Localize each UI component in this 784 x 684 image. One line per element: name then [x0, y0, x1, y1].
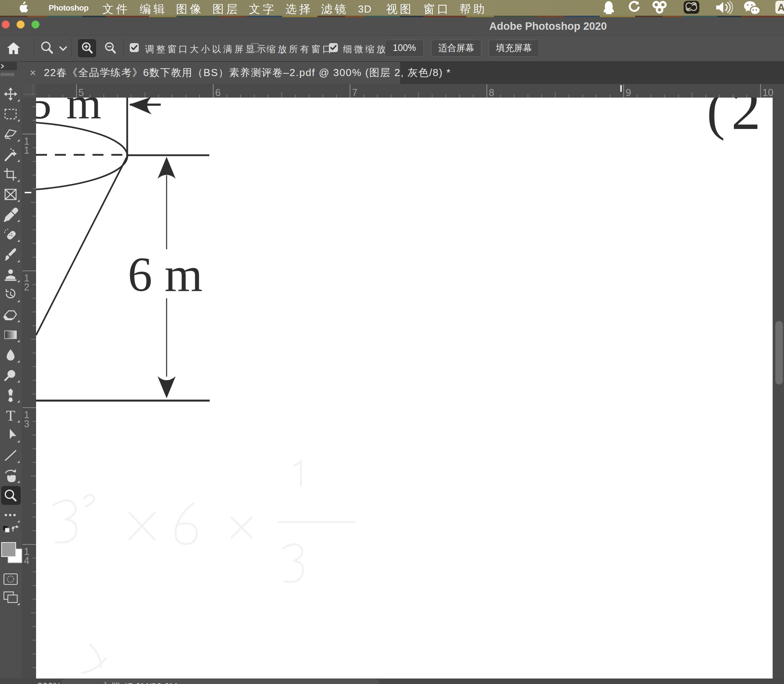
svg-text:9: 9 — [626, 87, 631, 98]
svg-text:3: 3 — [24, 418, 29, 429]
svg-text:T: T — [6, 407, 15, 424]
svg-text:(: ( — [707, 98, 725, 141]
svg-text:8: 8 — [489, 87, 494, 98]
svg-text:10: 10 — [762, 87, 773, 98]
svg-text:7: 7 — [352, 87, 358, 98]
svg-text:2: 2 — [24, 281, 29, 292]
svg-text:m: m — [66, 98, 101, 128]
svg-text:1: 1 — [24, 145, 29, 156]
svg-text:A: A — [778, 2, 784, 13]
svg-text:5: 5 — [78, 87, 84, 98]
svg-text:6: 6 — [215, 87, 221, 98]
svg-text:6 m: 6 m — [128, 247, 203, 301]
svg-text:2: 2 — [731, 98, 761, 142]
svg-text:5: 5 — [36, 98, 52, 128]
svg-text:4: 4 — [24, 555, 29, 566]
